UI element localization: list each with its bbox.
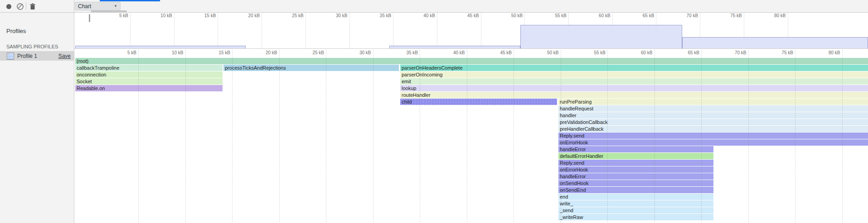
flame-bar[interactable]: preValidationCallback (558, 119, 868, 125)
flame-tick-label: 55 kB (577, 50, 606, 56)
overview-gridline (481, 13, 481, 48)
overview-gridline (130, 13, 131, 48)
overview-gridline (305, 13, 306, 48)
overview-tick-label: 5 kB (100, 13, 128, 19)
flame-bar[interactable]: onSendHook (558, 180, 713, 186)
flame-bar[interactable]: routeHandler (400, 92, 868, 98)
overview-tick-label: 55 kB (538, 13, 567, 19)
flame-bar[interactable]: lookup (400, 85, 868, 91)
flame-gridline (326, 50, 326, 222)
flame-bar[interactable]: write_ (558, 200, 713, 207)
flame-gridline (185, 50, 186, 222)
flame-bar[interactable]: child (400, 99, 557, 105)
overview-flame-splitter[interactable] (74, 48, 868, 49)
overview-area-step[interactable] (75, 46, 246, 48)
flame-gridline (138, 50, 139, 222)
clear-button[interactable] (15, 1, 25, 11)
flame-tick-label: 15 kB (202, 50, 230, 56)
flame-bar[interactable]: (root) (75, 58, 868, 64)
flame-bar[interactable]: preHandlerCallback (558, 126, 868, 132)
overview-tick-label: 35 kB (363, 13, 391, 19)
delete-profile-button[interactable] (28, 1, 38, 11)
trash-icon (29, 3, 36, 10)
flame-bar[interactable]: onSendEnd (558, 187, 713, 193)
clear-icon (17, 3, 24, 10)
profile-name: Profile 1 (17, 53, 37, 59)
overview-gridline (393, 13, 393, 48)
flame-tick-label: 35 kB (390, 50, 418, 56)
flame-tick-label: 30 kB (343, 50, 371, 56)
flame-gridline (232, 50, 233, 222)
flame-tick-label: 75 kB (765, 50, 793, 56)
overview-scrollbar-vertical[interactable] (89, 14, 90, 22)
flame-gridline (607, 50, 608, 222)
flame-tick-label: 5 kB (108, 50, 136, 56)
flame-tick-label: 50 kB (531, 50, 559, 56)
overview-tick-label: 20 kB (232, 13, 260, 19)
flame-tick-label: 60 kB (625, 50, 653, 56)
save-profile-link[interactable]: Save (58, 53, 71, 59)
record-icon (6, 4, 11, 9)
flame-bar[interactable]: Readable.on (75, 85, 223, 91)
flame-gridline (842, 50, 843, 222)
record-button[interactable] (4, 1, 14, 11)
flame-bar[interactable]: parserOnHeadersComplete (400, 65, 868, 71)
flame-bar[interactable]: Socket (75, 78, 223, 85)
flame-gridline (420, 50, 420, 222)
flame-bar[interactable]: Reply.send (558, 160, 713, 166)
flame-gridline (373, 50, 373, 222)
flame-gridline (514, 50, 514, 222)
sidebar-item-profile-1[interactable]: Profile 1 Save (0, 51, 74, 61)
flame-tick-label: 40 kB (437, 50, 465, 56)
flame-gridline (561, 50, 561, 222)
flame-bar[interactable]: Reply.send (558, 133, 868, 139)
overview-gridline (437, 13, 437, 48)
overview-tick-label: 65 kB (626, 13, 654, 19)
toolbar-separator (26, 2, 26, 10)
flame-bar[interactable]: onErrorHook (558, 166, 713, 173)
flame-tick-label: 70 kB (718, 50, 747, 56)
overview-area-step[interactable] (389, 46, 520, 48)
flame-tick-label: 10 kB (155, 50, 184, 56)
sidebar: Profiles SAMPLING PROFILES Profile 1 Sav… (0, 13, 74, 223)
flame-tick-label: 45 kB (484, 50, 512, 56)
flame-bar[interactable]: end (558, 194, 713, 200)
flame-bar[interactable]: onErrorHook (558, 139, 868, 146)
overview-tick-label: 75 kB (714, 13, 742, 19)
overview-gridline (262, 13, 262, 48)
profile-grid-icon (7, 52, 14, 60)
sidebar-section-header: SAMPLING PROFILES (6, 44, 58, 49)
flame-bar[interactable]: _writeRaw (558, 214, 713, 220)
flame-gridline (467, 50, 467, 222)
flame-bar[interactable]: emit (400, 78, 868, 85)
flame-bar[interactable]: defaultErrorHandler (558, 153, 713, 159)
flame-gridline (748, 50, 749, 222)
flame-bar[interactable]: handleRequest (558, 105, 868, 112)
overview-gridline (218, 13, 218, 48)
overview-scrollbar-horizontal[interactable] (91, 10, 127, 12)
overview-tick-label: 25 kB (276, 13, 304, 19)
overview-area-step[interactable] (520, 25, 682, 48)
overview-tick-label: 80 kB (758, 13, 786, 19)
flame-bar[interactable]: handleError (558, 146, 713, 152)
flame-bar[interactable]: onconnection (75, 71, 223, 78)
flame-gridline (279, 50, 280, 222)
overview-area-step[interactable] (682, 37, 868, 48)
overview-tick-label: 15 kB (188, 13, 216, 19)
flame-tick-label: 25 kB (296, 50, 324, 56)
flame-bar[interactable]: parserOnIncoming (400, 71, 868, 78)
sidebar-title: Profiles (6, 28, 26, 34)
overview-tick-label: 40 kB (407, 13, 435, 19)
flame-bar[interactable]: callbackTrampoline (75, 65, 223, 71)
flame-bar[interactable]: handleError (558, 173, 713, 180)
overview-gridline (174, 13, 175, 48)
flame-bar[interactable]: runPreParsing (558, 99, 868, 105)
flame-gridline (701, 50, 702, 222)
overview-tick-label: 50 kB (495, 13, 523, 19)
overview-gridline (349, 13, 350, 48)
flame-bar[interactable]: handler (558, 112, 868, 119)
flame-bar[interactable]: _send (558, 207, 713, 214)
overview-tick-label: 70 kB (670, 13, 698, 19)
overview-tick-label: 60 kB (582, 13, 611, 19)
flame-tick-label: 80 kB (812, 50, 840, 56)
